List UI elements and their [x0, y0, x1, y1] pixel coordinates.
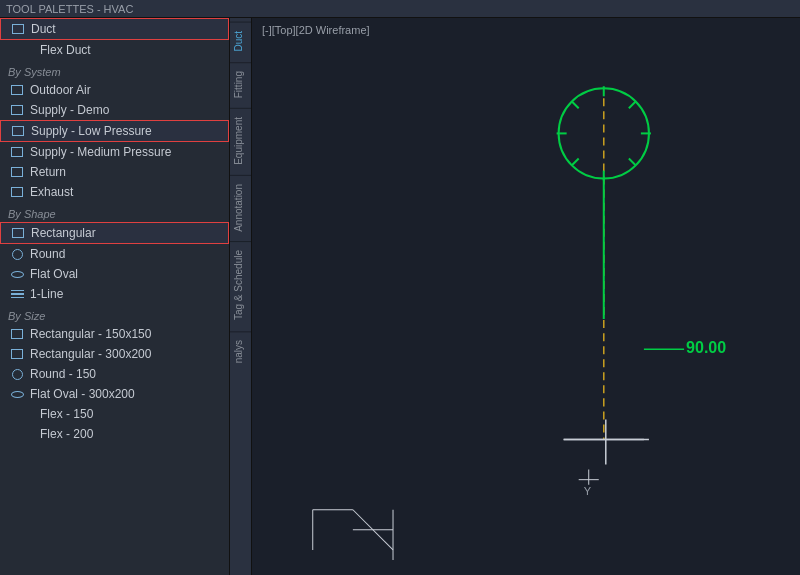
flex-150-label: Flex - 150 [40, 407, 93, 421]
tool-item-supply-med[interactable]: Supply - Medium Pressure [0, 142, 229, 162]
supply-demo-icon [10, 103, 24, 117]
vtab-duct[interactable]: Duct [230, 22, 251, 60]
tool-item-supply-low[interactable]: Supply - Low Pressure [0, 120, 229, 142]
supply-med-icon [10, 145, 24, 159]
flat-oval-icon [10, 267, 24, 281]
return-label: Return [30, 165, 66, 179]
vertical-tabs-panel: Duct Fitting Equipment Annotation Tag & … [230, 18, 252, 575]
tool-item-supply-demo[interactable]: Supply - Demo [0, 100, 229, 120]
supply-demo-label: Supply - Demo [30, 103, 109, 117]
flex-150-icon [20, 407, 34, 421]
vtab-fitting[interactable]: Fitting [230, 62, 251, 106]
1line-label: 1-Line [30, 287, 63, 301]
round-icon [10, 247, 24, 261]
round-label: Round [30, 247, 65, 261]
cad-drawing: 90.00 Y [252, 18, 800, 575]
rect-300-icon [10, 347, 24, 361]
tool-item-flat-oval-300[interactable]: Flat Oval - 300x200 [0, 384, 229, 404]
svg-text:90.00: 90.00 [686, 338, 726, 356]
tool-palette-content: Duct Flex Duct By System Outdoor Air Sup… [0, 18, 229, 575]
tool-item-flat-oval[interactable]: Flat Oval [0, 264, 229, 284]
tool-item-rect-150[interactable]: Rectangular - 150x150 [0, 324, 229, 344]
panel-title: TOOL PALETTES - HVAC [6, 3, 133, 15]
supply-low-label: Supply - Low Pressure [31, 124, 152, 138]
tool-palette-panel: Duct Flex Duct By System Outdoor Air Sup… [0, 18, 230, 575]
duct-icon [11, 22, 25, 36]
tool-item-flex-duct[interactable]: Flex Duct [0, 40, 229, 60]
flex-duct-label: Flex Duct [40, 43, 91, 57]
rect-300-label: Rectangular - 300x200 [30, 347, 151, 361]
svg-line-8 [629, 159, 636, 166]
rectangular-label: Rectangular [31, 226, 96, 240]
rect-150-icon [10, 327, 24, 341]
tool-item-round-150[interactable]: Round - 150 [0, 364, 229, 384]
tool-item-1line[interactable]: 1-Line [0, 284, 229, 304]
main-layout: Duct Flex Duct By System Outdoor Air Sup… [0, 18, 800, 575]
tool-item-flex-200[interactable]: Flex - 200 [0, 424, 229, 444]
svg-line-7 [572, 101, 579, 108]
vtab-analysis[interactable]: nalys [230, 331, 251, 371]
rect-150-label: Rectangular - 150x150 [30, 327, 151, 341]
flat-oval-300-icon [10, 387, 24, 401]
tool-item-duct[interactable]: Duct [0, 18, 229, 40]
exhaust-label: Exhaust [30, 185, 73, 199]
vtab-equipment[interactable]: Equipment [230, 108, 251, 173]
tool-item-flex-150[interactable]: Flex - 150 [0, 404, 229, 424]
tool-item-rect-300[interactable]: Rectangular - 300x200 [0, 344, 229, 364]
supply-med-label: Supply - Medium Pressure [30, 145, 171, 159]
cad-area: Duct Fitting Equipment Annotation Tag & … [230, 18, 800, 575]
tool-item-return[interactable]: Return [0, 162, 229, 182]
svg-line-10 [629, 101, 636, 108]
exhaust-icon [10, 185, 24, 199]
vtab-annotation[interactable]: Annotation [230, 175, 251, 240]
round-150-label: Round - 150 [30, 367, 96, 381]
flat-oval-label: Flat Oval [30, 267, 78, 281]
outdoor-air-icon [10, 83, 24, 97]
tool-item-outdoor-air[interactable]: Outdoor Air [0, 80, 229, 100]
tool-item-rectangular[interactable]: Rectangular [0, 222, 229, 244]
tool-item-exhaust[interactable]: Exhaust [0, 182, 229, 202]
rectangular-icon [11, 226, 25, 240]
section-system-label: By System [0, 60, 229, 80]
flat-oval-300-label: Flat Oval - 300x200 [30, 387, 135, 401]
panel-title-bar: TOOL PALETTES - HVAC [0, 0, 800, 18]
cad-viewport[interactable]: [-][Top][2D Wireframe] [252, 18, 800, 575]
svg-text:Y: Y [584, 485, 592, 497]
tool-item-round[interactable]: Round [0, 244, 229, 264]
duct-label: Duct [31, 22, 56, 36]
section-shape-label: By Shape [0, 202, 229, 222]
vtab-tag-schedule[interactable]: Tag & Schedule [230, 241, 251, 328]
return-icon [10, 165, 24, 179]
outdoor-air-label: Outdoor Air [30, 83, 91, 97]
flex-200-icon [20, 427, 34, 441]
supply-low-icon [11, 124, 25, 138]
svg-line-9 [572, 159, 579, 166]
flex-duct-icon [20, 43, 34, 57]
1line-icon [10, 287, 24, 301]
round-150-icon [10, 367, 24, 381]
flex-200-label: Flex - 200 [40, 427, 93, 441]
section-size-label: By Size [0, 304, 229, 324]
